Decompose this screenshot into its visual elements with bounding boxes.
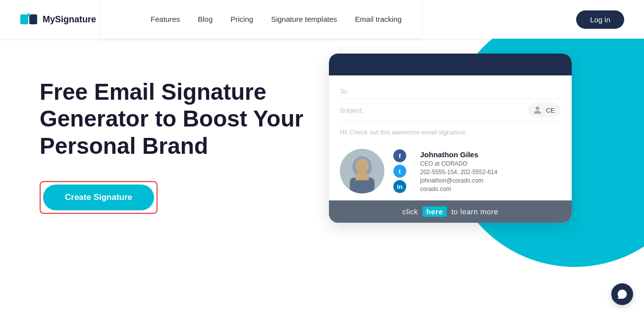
nav-item-pricing[interactable]: Pricing	[230, 15, 253, 24]
email-banner: click here to learn more	[329, 200, 572, 223]
nav-item-features[interactable]: Features	[151, 15, 180, 24]
banner-post: to learn more	[451, 207, 498, 216]
hero-section: Free Email Signature Generator to Boost …	[0, 39, 644, 316]
sig-role: CEO at CORADO	[420, 160, 497, 167]
person-illustration	[342, 154, 382, 193]
email-subject-row: Subject: CE	[340, 99, 561, 122]
svg-point-3	[536, 107, 539, 110]
logo-icon	[20, 10, 38, 28]
sig-website: corado.com	[420, 186, 497, 192]
hero-left: Free Email Signature Generator to Boost …	[0, 39, 309, 214]
avatar-chip: CE	[528, 103, 561, 118]
email-card-header	[329, 54, 572, 75]
email-body-text: Hi! Check out this awesome email signatu…	[340, 122, 561, 140]
nav-logo-group: MySignature Features Blog Pricing Signat…	[20, 0, 422, 39]
user-icon	[532, 105, 543, 116]
logo-text: MySignature	[43, 14, 96, 25]
facebook-icon: f	[393, 149, 406, 162]
sig-email: johnathon@corado.com	[420, 177, 497, 184]
hero-title: Free Email Signature Generator to Boost …	[40, 78, 309, 159]
svg-rect-7	[356, 173, 369, 180]
nav-links: Features Blog Pricing Signature template…	[151, 15, 402, 24]
nav-item-blog[interactable]: Blog	[198, 15, 213, 24]
svg-marker-2	[27, 12, 31, 16]
email-card-body: To: Subject: CE Hi! Check out this aweso…	[329, 75, 572, 223]
avatar-initials: CE	[546, 107, 555, 114]
linkedin-icon: in	[393, 180, 406, 193]
create-signature-button[interactable]: Create Signature	[43, 185, 154, 210]
email-preview-card: To: Subject: CE Hi! Check out this aweso…	[329, 54, 572, 223]
sig-phone: 202-5555-154, 202-5552-614	[420, 169, 497, 176]
email-to-field: To:	[340, 84, 561, 99]
chat-bubble-button[interactable]	[611, 283, 633, 305]
signature-info: Johnathon Giles CEO at CORADO 202-5555-1…	[420, 150, 497, 192]
chat-icon	[617, 289, 628, 300]
to-label: To:	[340, 88, 348, 95]
hero-right: To: Subject: CE Hi! Check out this aweso…	[309, 39, 644, 316]
nav-links-container: Features Blog Pricing Signature template…	[101, 0, 422, 39]
signature-block: f t in Johnathon Giles CEO at CORADO 202…	[340, 140, 561, 193]
sig-name: Johnathon Giles	[420, 150, 497, 159]
svg-point-6	[356, 159, 369, 174]
social-icons: f t in	[393, 149, 406, 193]
nav-item-tracking[interactable]: Email tracking	[355, 15, 402, 24]
signature-avatar	[340, 149, 384, 193]
login-button[interactable]: Log in	[576, 10, 624, 29]
nav-item-templates[interactable]: Signature templates	[271, 15, 337, 24]
twitter-icon: t	[393, 165, 406, 178]
navbar: MySignature Features Blog Pricing Signat…	[0, 0, 644, 39]
cta-wrapper: Create Signature	[40, 181, 158, 214]
banner-highlight: here	[423, 206, 447, 217]
banner-pre: click	[402, 207, 418, 216]
subject-label: Subject:	[340, 107, 363, 114]
